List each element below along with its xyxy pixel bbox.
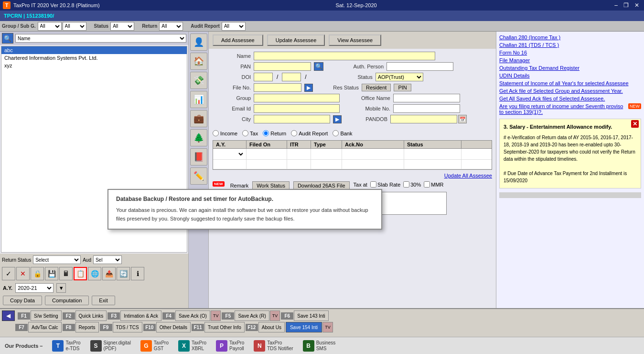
popup-overlay: Database Backup / Restore and set timer … [0, 0, 644, 354]
popup-box: Database Backup / Restore and set timer … [107, 189, 382, 230]
popup-title: Database Backup / Restore and set timer … [116, 196, 374, 202]
popup-text: Your database is precious. We can again … [116, 206, 374, 223]
